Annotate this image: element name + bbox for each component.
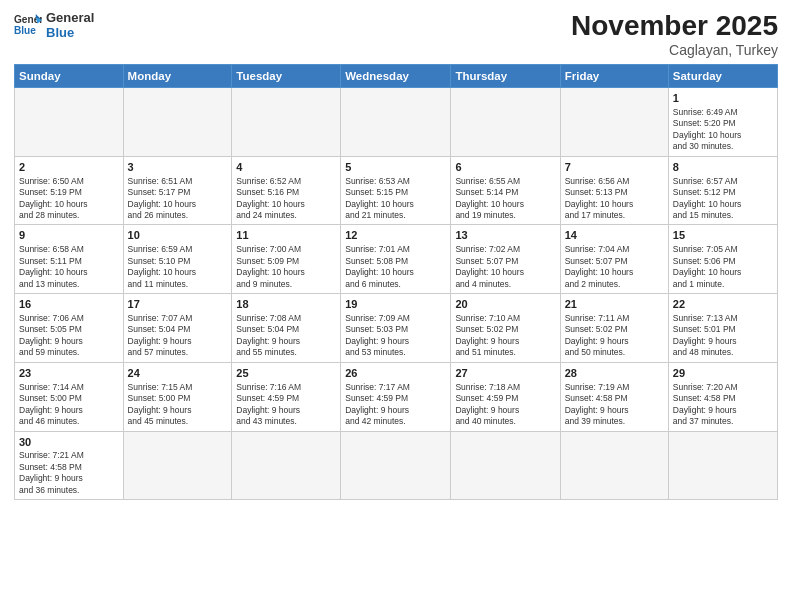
day-info: and 1 minute. xyxy=(673,279,773,290)
day-info: Sunrise: 6:52 AM xyxy=(236,176,336,187)
day-info: Sunrise: 6:53 AM xyxy=(345,176,446,187)
calendar-cell: 1Sunrise: 6:49 AMSunset: 5:20 PMDaylight… xyxy=(668,88,777,157)
day-info: Sunset: 5:03 PM xyxy=(345,324,446,335)
day-info: and 13 minutes. xyxy=(19,279,119,290)
calendar-cell: 9Sunrise: 6:58 AMSunset: 5:11 PMDaylight… xyxy=(15,225,124,294)
day-info: Sunrise: 6:55 AM xyxy=(455,176,555,187)
day-info: and 40 minutes. xyxy=(455,416,555,427)
day-number: 17 xyxy=(128,297,228,312)
weekday-header: Wednesday xyxy=(341,65,451,88)
day-info: Sunset: 4:58 PM xyxy=(673,393,773,404)
day-info: Daylight: 10 hours xyxy=(19,267,119,278)
calendar-cell: 10Sunrise: 6:59 AMSunset: 5:10 PMDayligh… xyxy=(123,225,232,294)
calendar-table: SundayMondayTuesdayWednesdayThursdayFrid… xyxy=(14,64,778,500)
day-number: 7 xyxy=(565,160,664,175)
day-info: and 45 minutes. xyxy=(128,416,228,427)
day-info: Daylight: 10 hours xyxy=(236,267,336,278)
weekday-header: Sunday xyxy=(15,65,124,88)
calendar-cell: 18Sunrise: 7:08 AMSunset: 5:04 PMDayligh… xyxy=(232,294,341,363)
day-number: 28 xyxy=(565,366,664,381)
day-info: Daylight: 10 hours xyxy=(673,199,773,210)
day-info: Daylight: 9 hours xyxy=(565,336,664,347)
day-info: and 36 minutes. xyxy=(19,485,119,496)
calendar-cell: 28Sunrise: 7:19 AMSunset: 4:58 PMDayligh… xyxy=(560,362,668,431)
day-info: and 50 minutes. xyxy=(565,347,664,358)
day-info: and 37 minutes. xyxy=(673,416,773,427)
day-info: Sunset: 5:14 PM xyxy=(455,187,555,198)
day-info: Sunrise: 6:59 AM xyxy=(128,244,228,255)
day-info: Sunrise: 7:08 AM xyxy=(236,313,336,324)
day-info: and 11 minutes. xyxy=(128,279,228,290)
day-info: Daylight: 10 hours xyxy=(673,267,773,278)
day-info: Sunset: 5:07 PM xyxy=(565,256,664,267)
day-number: 26 xyxy=(345,366,446,381)
day-info: Sunset: 5:13 PM xyxy=(565,187,664,198)
day-info: Sunset: 5:04 PM xyxy=(128,324,228,335)
day-info: Daylight: 10 hours xyxy=(128,267,228,278)
day-info: Sunset: 4:58 PM xyxy=(565,393,664,404)
logo-blue-text: Blue xyxy=(46,25,94,40)
calendar-cell: 3Sunrise: 6:51 AMSunset: 5:17 PMDaylight… xyxy=(123,156,232,225)
calendar-cell: 21Sunrise: 7:11 AMSunset: 5:02 PMDayligh… xyxy=(560,294,668,363)
calendar-cell: 19Sunrise: 7:09 AMSunset: 5:03 PMDayligh… xyxy=(341,294,451,363)
header: General Blue General Blue November 2025 … xyxy=(14,10,778,58)
day-number: 10 xyxy=(128,228,228,243)
calendar-cell xyxy=(560,88,668,157)
day-info: Sunrise: 7:07 AM xyxy=(128,313,228,324)
day-info: Sunset: 4:59 PM xyxy=(455,393,555,404)
day-number: 15 xyxy=(673,228,773,243)
day-number: 14 xyxy=(565,228,664,243)
day-number: 20 xyxy=(455,297,555,312)
day-info: Sunrise: 7:19 AM xyxy=(565,382,664,393)
day-info: Sunrise: 7:06 AM xyxy=(19,313,119,324)
day-info: Sunrise: 7:17 AM xyxy=(345,382,446,393)
calendar-cell: 24Sunrise: 7:15 AMSunset: 5:00 PMDayligh… xyxy=(123,362,232,431)
calendar-cell: 16Sunrise: 7:06 AMSunset: 5:05 PMDayligh… xyxy=(15,294,124,363)
day-info: and 46 minutes. xyxy=(19,416,119,427)
calendar-cell xyxy=(560,431,668,500)
calendar-cell: 15Sunrise: 7:05 AMSunset: 5:06 PMDayligh… xyxy=(668,225,777,294)
day-number: 29 xyxy=(673,366,773,381)
day-number: 6 xyxy=(455,160,555,175)
day-info: Sunrise: 7:13 AM xyxy=(673,313,773,324)
calendar-cell xyxy=(668,431,777,500)
day-info: and 15 minutes. xyxy=(673,210,773,221)
day-info: Sunrise: 6:57 AM xyxy=(673,176,773,187)
day-number: 2 xyxy=(19,160,119,175)
day-info: and 6 minutes. xyxy=(345,279,446,290)
day-info: Sunset: 5:19 PM xyxy=(19,187,119,198)
day-info: and 4 minutes. xyxy=(455,279,555,290)
day-info: Sunset: 5:12 PM xyxy=(673,187,773,198)
day-info: and 55 minutes. xyxy=(236,347,336,358)
calendar-cell xyxy=(123,88,232,157)
day-info: Sunrise: 7:01 AM xyxy=(345,244,446,255)
calendar-cell: 6Sunrise: 6:55 AMSunset: 5:14 PMDaylight… xyxy=(451,156,560,225)
day-info: Sunrise: 6:50 AM xyxy=(19,176,119,187)
day-number: 1 xyxy=(673,91,773,106)
day-info: and 21 minutes. xyxy=(345,210,446,221)
calendar-cell: 8Sunrise: 6:57 AMSunset: 5:12 PMDaylight… xyxy=(668,156,777,225)
day-number: 5 xyxy=(345,160,446,175)
day-info: and 57 minutes. xyxy=(128,347,228,358)
weekday-header: Thursday xyxy=(451,65,560,88)
day-info: Sunset: 5:06 PM xyxy=(673,256,773,267)
day-info: Sunset: 4:58 PM xyxy=(19,462,119,473)
day-info: Sunset: 5:09 PM xyxy=(236,256,336,267)
day-info: Daylight: 9 hours xyxy=(19,473,119,484)
day-info: Daylight: 9 hours xyxy=(345,336,446,347)
calendar-cell: 23Sunrise: 7:14 AMSunset: 5:00 PMDayligh… xyxy=(15,362,124,431)
day-info: Sunset: 5:08 PM xyxy=(345,256,446,267)
day-info: Sunrise: 6:51 AM xyxy=(128,176,228,187)
weekday-header: Tuesday xyxy=(232,65,341,88)
day-info: and 24 minutes. xyxy=(236,210,336,221)
day-info: Sunrise: 7:04 AM xyxy=(565,244,664,255)
calendar-cell: 2Sunrise: 6:50 AMSunset: 5:19 PMDaylight… xyxy=(15,156,124,225)
day-info: Sunset: 5:15 PM xyxy=(345,187,446,198)
day-info: Daylight: 9 hours xyxy=(673,405,773,416)
day-info: Sunset: 5:04 PM xyxy=(236,324,336,335)
day-info: and 39 minutes. xyxy=(565,416,664,427)
calendar-cell xyxy=(123,431,232,500)
day-info: Sunset: 5:10 PM xyxy=(128,256,228,267)
day-info: Daylight: 9 hours xyxy=(236,336,336,347)
weekday-header: Saturday xyxy=(668,65,777,88)
